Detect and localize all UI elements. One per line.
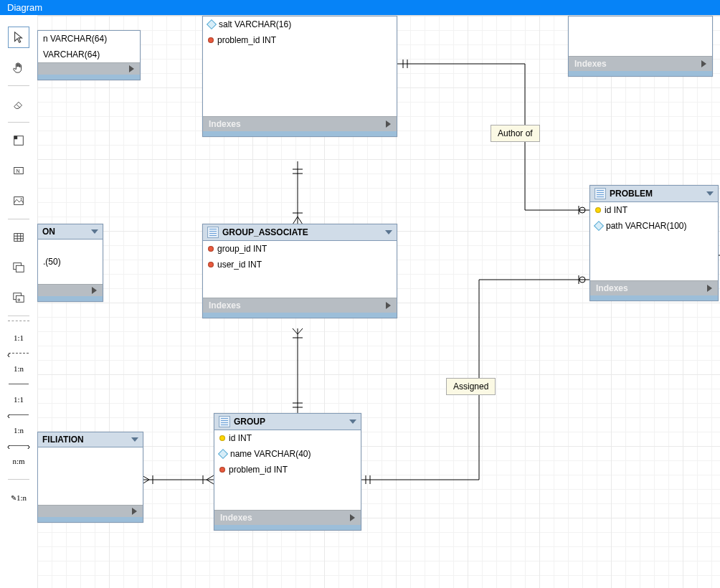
diamond-icon	[594, 221, 604, 231]
indexes-bar[interactable]	[38, 62, 140, 75]
table-header[interactable]: FILIATION	[38, 432, 143, 447]
expand-icon	[386, 302, 391, 309]
chevron-down-icon[interactable]	[706, 191, 714, 196]
routine-tool[interactable]: ⚙	[8, 287, 29, 308]
svg-point-40	[579, 207, 585, 213]
toolbar: N ⚙ 1:1 ‹ 1:n 1:1 ‹ 1:n ‹› n:m ✎1:n	[0, 15, 37, 588]
canvas[interactable]: Author of Assigned n VARCHAR(64) VARCHAR…	[37, 15, 720, 588]
chevron-down-icon[interactable]	[91, 229, 98, 234]
table-header[interactable]: GROUP_ASSOCIATE	[203, 224, 397, 241]
expand-icon	[707, 285, 712, 292]
expand-icon	[132, 508, 137, 515]
layer-tool[interactable]	[8, 130, 29, 151]
indexes-bar[interactable]: Indexes	[569, 56, 712, 71]
table-partial-topright[interactable]: Indexes	[568, 16, 713, 77]
table-group-associate[interactable]: GROUP_ASSOCIATE group_id INT user_id INT…	[202, 224, 397, 318]
svg-rect-12	[16, 265, 24, 272]
table-filiation-partial[interactable]: FILIATION	[37, 432, 143, 523]
table-icon	[595, 188, 606, 199]
pk-icon	[219, 435, 225, 441]
rel-edit-1-n[interactable]: ✎1:n	[8, 487, 29, 508]
fk-icon	[208, 246, 214, 252]
svg-rect-6	[14, 234, 24, 242]
svg-rect-1	[14, 136, 18, 140]
rel-1-n[interactable]: 1:n	[8, 419, 29, 441]
table-problem[interactable]: PROBLEM id INT path VARCHAR(100) Indexes	[589, 185, 719, 301]
rel-n-m[interactable]: n:m	[8, 450, 29, 472]
chevron-down-icon[interactable]	[349, 419, 356, 424]
table-group[interactable]: GROUP id INT name VARCHAR(40) problem_id…	[214, 413, 361, 531]
note-tool[interactable]: N	[8, 160, 29, 181]
svg-line-24	[298, 328, 303, 334]
svg-line-23	[293, 328, 298, 334]
image-tool[interactable]	[8, 190, 29, 212]
expand-icon	[92, 287, 97, 294]
indexes-bar[interactable]	[38, 505, 143, 517]
diamond-icon	[218, 449, 228, 459]
indexes-bar[interactable]	[38, 284, 103, 296]
hand-tool[interactable]	[8, 57, 29, 78]
svg-line-32	[207, 475, 214, 480]
table-on-partial[interactable]: ON .(50)	[37, 224, 103, 302]
diamond-icon	[207, 19, 217, 29]
table-partial-topleft[interactable]: n VARCHAR(64) VARCHAR(64)	[37, 30, 141, 80]
author-of-label[interactable]: Author of	[491, 125, 540, 142]
indexes-bar[interactable]: Indexes	[214, 510, 361, 525]
indexes-bar[interactable]: Indexes	[203, 116, 397, 131]
table-header[interactable]: PROBLEM	[590, 186, 718, 202]
expand-icon	[701, 60, 706, 67]
eraser-tool[interactable]	[8, 93, 29, 115]
table-user-partial[interactable]: salt VARCHAR(16) problem_id INT Indexes	[202, 16, 397, 137]
chevron-down-icon[interactable]	[131, 437, 138, 442]
header: Diagram	[0, 0, 720, 15]
table-icon	[219, 416, 230, 427]
fk-icon	[208, 37, 214, 43]
chevron-down-icon[interactable]	[385, 230, 392, 234]
rel-1-1-dash[interactable]: 1:1	[8, 327, 29, 348]
rel-1-1[interactable]: 1:1	[8, 389, 29, 410]
expand-icon	[129, 65, 134, 72]
fk-icon	[208, 262, 214, 267]
table-tool[interactable]	[8, 227, 29, 248]
table-header[interactable]: ON	[38, 224, 103, 240]
pointer-tool[interactable]	[8, 27, 29, 48]
svg-point-5	[21, 198, 22, 199]
svg-text:N: N	[16, 168, 19, 174]
table-icon	[207, 227, 219, 238]
table-header[interactable]: GROUP	[214, 414, 361, 430]
assigned-label[interactable]: Assigned	[446, 378, 496, 395]
svg-point-47	[579, 277, 585, 283]
expand-icon	[386, 120, 391, 128]
view-tool[interactable]	[8, 257, 29, 278]
rel-1-n-dash[interactable]: 1:n	[8, 358, 29, 379]
svg-line-33	[207, 480, 214, 484]
pk-icon	[595, 207, 601, 213]
fk-icon	[219, 467, 225, 473]
indexes-bar[interactable]: Indexes	[590, 280, 718, 295]
indexes-bar[interactable]: Indexes	[203, 298, 397, 313]
expand-icon	[350, 514, 355, 521]
